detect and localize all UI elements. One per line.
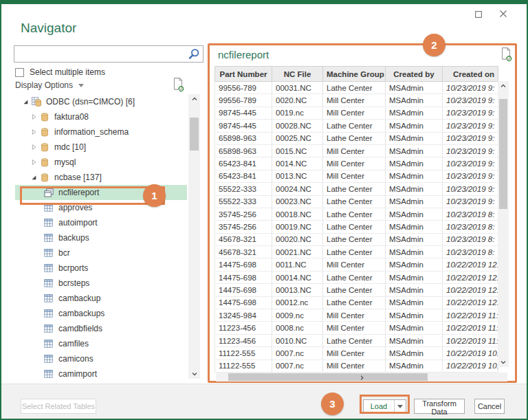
table-row: 45678-32100020.NCLathe CenterMSAdmin10/2… [215,233,498,245]
table-cell: Mill Center [323,360,386,372]
tree-item-backups[interactable]: backups [15,230,187,245]
table-vertical-scrollbar[interactable] [498,81,509,367]
collapse-arrow-icon[interactable] [21,98,30,106]
maximize-button[interactable] [472,8,485,21]
tree-item-ncfilereport[interactable]: ncfilereport [15,185,187,200]
tree-item-camimport[interactable]: camimport [15,366,187,382]
table-cell: Lathe Center [323,132,386,144]
tree-item-cambackup[interactable]: cambackup [15,291,187,306]
expander-spacer [33,279,43,287]
column-header: Machine Group [323,67,386,82]
expander-spacer [33,355,43,363]
tree-item-odbc-dsn-cimco-6-[interactable]: ODBC (dsn=CIMCO) [6] [15,94,187,109]
tree-item-approves[interactable]: approves [15,200,187,215]
tree-item-camicons[interactable]: camicons [15,351,187,366]
table-cell: 0015.NC [272,144,323,157]
page-title: Navigator [21,21,76,36]
table-cell: MSAdmin [386,120,443,132]
table-row: 45678-32100021.NCLathe CenterMSAdmin10/2… [215,246,498,258]
table-cell: MSAdmin [386,82,443,94]
table-row: 65898-9630015.NCMill CenterMSAdmin10/23/… [215,144,498,157]
table-cell: 65898-963 [215,144,272,157]
table-row: 55522-33300024.NCLathe CenterMSAdmin10/2… [215,183,498,195]
scroll-down-icon[interactable] [188,369,200,379]
table-vscrollbar-thumb[interactable] [499,99,507,209]
table-row: 99556-7890020.NCMill CenterMSAdmin10/23/… [215,94,498,107]
tree-item-camdbfields[interactable]: camdbfields [15,321,187,336]
tree-item-bcrports[interactable]: bcrports [15,261,187,276]
table-cell: Lathe Center [323,183,386,195]
navigator-tree: ODBC (dsn=CIMCO) [6]faktura08information… [15,94,187,383]
collapse-arrow-icon[interactable] [29,173,38,181]
tree-item-faktura08[interactable]: faktura08 [15,109,187,124]
table-cell: 10/23/2019 8: [443,221,498,233]
scroll-right-icon[interactable] [216,373,507,382]
maximize-icon [474,10,483,19]
tree-item-information-schema[interactable]: information_schema [15,124,187,140]
expander-spacer [33,203,43,212]
column-header: Created on [443,67,498,82]
view-icon [43,187,54,198]
expander-spacer [33,264,43,272]
table-cell: 11223-456 [215,334,272,346]
transform-data-button[interactable]: Transform Data [414,399,465,414]
table-cell: Lathe Center [323,208,386,220]
expand-arrow-icon[interactable] [29,158,38,166]
table-cell: 14475-698 [215,258,272,271]
database-icon [38,126,50,137]
database-icon [38,172,50,183]
search-input[interactable] [14,46,187,62]
table-row: 14475-6980011.NCMill CenterMSAdmin10/22/… [215,258,498,271]
select-multiple-checkbox[interactable] [15,68,24,77]
tree-item-ncbase-137-[interactable]: ncbase [137] [15,170,187,185]
select-related-tables-button[interactable]: Select Related Tables [21,399,96,414]
scroll-down-icon[interactable] [498,357,509,367]
expander-spacer [33,219,43,227]
table-cell: 45678-321 [215,233,272,245]
search-box [14,45,204,63]
scroll-up-icon[interactable] [188,94,200,104]
tree-item-mdc-10-[interactable]: mdc [10] [15,140,187,155]
tree-item-mysql[interactable]: mysql [15,155,187,170]
table-cell: MSAdmin [386,157,443,170]
refresh-preview-button[interactable] [499,47,513,62]
tree-item-label: mysql [54,157,76,167]
display-options-dropdown[interactable]: Display Options [15,80,84,90]
search-icon[interactable] [187,47,201,61]
table-icon [43,353,54,364]
tree-item-camfiles[interactable]: camfiles [15,336,187,351]
table-cell: 0008.nc [272,322,323,334]
tree-item-label: camfiles [58,339,89,349]
left-pane-scrollbar[interactable] [188,94,200,379]
cancel-button[interactable]: Cancel [474,399,505,414]
table-cell: Mill Center [323,144,386,157]
table-cell: 13245-984 [215,309,272,322]
table-cell: MSAdmin [386,347,443,360]
refresh-navigator-button[interactable] [171,77,185,92]
table-row: 11223-4560010.NCLathe CenterMSAdmin10/22… [215,334,498,346]
table-horizontal-scrollbar[interactable] [216,373,507,382]
load-dropdown-button[interactable] [394,400,406,412]
tree-item-bcrsteps[interactable]: bcrsteps [15,276,187,291]
tree-item-autoimport[interactable]: autoimport [15,215,187,230]
expand-arrow-icon[interactable] [29,143,38,151]
table-cell: 14475-698 [215,296,272,309]
preview-title: ncfilereport [218,49,269,60]
table-cell: MSAdmin [386,195,443,208]
expand-arrow-icon[interactable] [29,113,38,121]
table-row: 11223-4560008.ncMill CenterMSAdmin10/22/… [215,322,498,334]
left-scrollbar-thumb[interactable] [190,118,199,151]
close-button[interactable] [496,7,510,21]
tree-item-bcr[interactable]: bcr [15,245,187,261]
table-icon [43,202,54,213]
tree-item-label: mdc [10] [54,142,86,152]
expand-arrow-icon[interactable] [29,128,38,136]
table-cell: Lathe Center [323,246,386,258]
tree-item-cambackups[interactable]: cambackups [15,306,187,321]
table-cell: 10/23/2019 9: [443,183,498,195]
table-cell: 10/23/2019 9: [443,144,498,157]
load-button[interactable]: Load [364,400,394,412]
table-cell: 10/22/2019 12: [443,296,498,309]
table-cell: MSAdmin [386,258,443,271]
scroll-up-icon[interactable] [498,81,509,91]
